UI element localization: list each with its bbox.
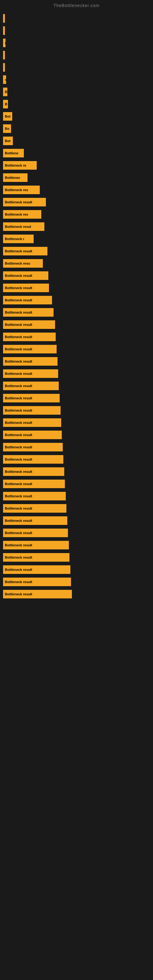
bar-label: Bottleneck res: [5, 213, 28, 216]
bar-row: Bottleneck res: [3, 184, 153, 196]
bar-label: Bottleneck result: [5, 519, 32, 522]
bar-label: Bottleneck result: [5, 470, 32, 474]
bar-label: Bottleneck result: [5, 310, 32, 314]
bar-row: Bottleneck result: [3, 404, 153, 416]
site-title: TheBottlenecker.com: [0, 0, 153, 10]
bar-row: Bottleneck result: [3, 417, 153, 428]
bar-row: r: [3, 37, 153, 49]
bar-row: Bottleneck result: [3, 294, 153, 306]
bar-item: Bottleneck res: [3, 186, 40, 194]
bar-label: Bottleneck result: [5, 347, 32, 351]
bar-item: Bottleneck result: [3, 394, 60, 402]
bar-label: Bottleneck resu: [5, 261, 30, 265]
bar-label: B: [5, 102, 7, 106]
bar-label: Bottleneck result: [5, 396, 32, 400]
bar-row: Bottleneck result: [3, 515, 153, 527]
bar-label: Bottleneck result: [5, 482, 32, 486]
bar-item: Bo: [3, 124, 11, 133]
bar-row: Bottleneck result: [3, 429, 153, 441]
bar-label: Bottleneck result: [5, 274, 32, 277]
bar-row: Bottleneck result: [3, 466, 153, 477]
bar-row: Bottleneck result: [3, 368, 153, 379]
bar-item: Bottleneck result: [3, 283, 49, 292]
bar-item: Bottleneck result: [3, 247, 48, 255]
bar-item: Bottleneck result: [3, 308, 54, 317]
bar-item: Bottleneck result: [3, 553, 70, 562]
bar-label: Bottleneck r: [5, 237, 24, 241]
bar-label: Bottlenec: [5, 176, 20, 180]
bar-label: Bottleneck result: [5, 531, 32, 535]
bar-item: Bottleneck result: [3, 320, 55, 329]
bar-row: Bottleneck result: [3, 319, 153, 331]
bar-label: Bottleneck result: [5, 433, 32, 437]
bar-row: Bottleneck result: [3, 453, 153, 465]
bar-item: Bottleneck result: [3, 357, 57, 366]
bar-item: Bottleneck result: [3, 455, 63, 464]
bar-row: Bottleneck result: [3, 343, 153, 355]
bar-row: |: [3, 13, 153, 24]
bar-row: |: [3, 62, 153, 73]
bar-label: Bottleneck result: [5, 200, 32, 204]
bar-label: Bottleneck result: [5, 555, 32, 559]
bar-row: Bottleneck resul: [3, 221, 153, 232]
bar-label: Bottleneck result: [5, 592, 32, 596]
bar-item: Bottleneck result: [3, 516, 67, 525]
bar-row: Bottleneck result: [3, 356, 153, 367]
bar-label: Bottleneck resul: [5, 225, 31, 229]
bar-label: r: [5, 41, 5, 45]
bar-item: r: [3, 38, 5, 47]
bar-label: Bottleneck result: [5, 372, 32, 375]
bar-item: |: [3, 14, 5, 23]
bar-item: Bottlene: [3, 149, 24, 158]
bar-row: Bottleneck result: [3, 380, 153, 392]
bar-row: Bottleneck result: [3, 588, 153, 600]
bar-row: Bottleneck result: [3, 552, 153, 563]
bars-container: ||r||sBBBotBoBotBottleneBottleneck reBot…: [0, 10, 153, 604]
bar-item: Bottleneck resul: [3, 222, 45, 231]
bar-label: Bottleneck result: [5, 506, 32, 510]
bar-item: Bottleneck result: [3, 541, 69, 549]
bar-item: Bottleneck result: [3, 198, 46, 207]
bar-item: Bottleneck result: [3, 578, 71, 586]
bar-label: B: [5, 90, 7, 94]
bar-label: Bottleneck re: [5, 164, 26, 167]
bar-item: Bottlenec: [3, 173, 27, 182]
bar-row: Bo: [3, 123, 153, 134]
bar-row: Bot: [3, 111, 153, 122]
bar-row: Bottleneck r: [3, 233, 153, 245]
bar-row: |: [3, 49, 153, 61]
bar-item: Bottleneck result: [3, 528, 68, 537]
bar-row: Bottleneck result: [3, 392, 153, 404]
bar-row: Bottleneck result: [3, 478, 153, 490]
bar-row: Bottleneck result: [3, 576, 153, 588]
bar-item: |: [3, 51, 5, 59]
bar-label: Bottleneck result: [5, 543, 32, 547]
bar-item: Bottleneck result: [3, 443, 63, 452]
bar-row: Bottleneck result: [3, 441, 153, 453]
bar-item: Bottleneck result: [3, 431, 62, 439]
bar-row: Bottleneck result: [3, 490, 153, 502]
bar-row: Bottlenec: [3, 172, 153, 183]
bar-label: Bottleneck result: [5, 568, 32, 571]
bar-item: Bottleneck result: [3, 332, 56, 341]
bar-label: Bottleneck result: [5, 494, 32, 498]
bar-label: Bottlene: [5, 151, 18, 155]
bar-row: Bottleneck result: [3, 307, 153, 318]
bar-item: Bottleneck result: [3, 467, 64, 476]
bar-row: Bottleneck result: [3, 270, 153, 282]
bar-item: Bottleneck result: [3, 296, 52, 304]
bar-row: Bottleneck result: [3, 527, 153, 539]
bar-item: s: [3, 75, 6, 84]
bar-item: Bottleneck result: [3, 271, 48, 280]
bar-label: Bottleneck result: [5, 286, 32, 290]
bar-label: s: [5, 78, 6, 81]
bar-row: Bottleneck result: [3, 245, 153, 257]
bar-item: Bottleneck result: [3, 406, 61, 415]
bar-label: Bottleneck result: [5, 445, 32, 449]
bar-item: Bottleneck result: [3, 369, 58, 378]
bar-row: Bottleneck result: [3, 196, 153, 208]
bar-label: Bottleneck result: [5, 360, 32, 363]
bar-label: Bottleneck result: [5, 335, 32, 339]
bar-label: Bottleneck result: [5, 249, 32, 253]
bar-item: Bottleneck result: [3, 492, 66, 500]
